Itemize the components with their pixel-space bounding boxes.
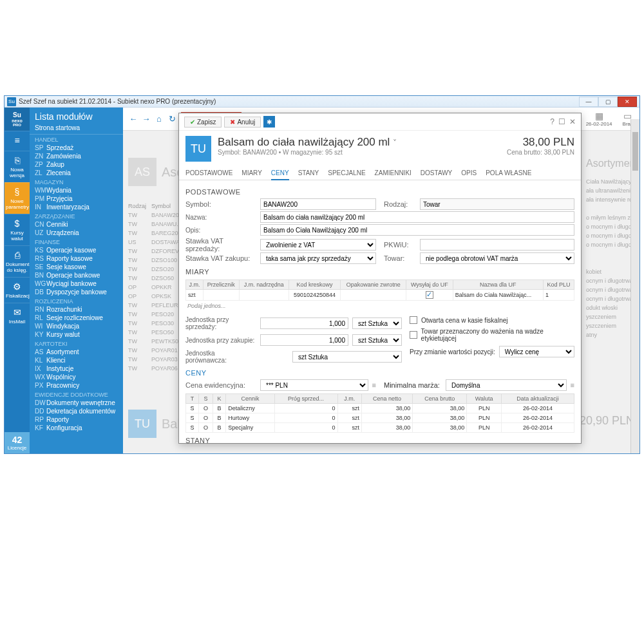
sidebar-item[interactable]: UZUrządzenia: [30, 229, 123, 237]
sidebar-item[interactable]: ZPZakup: [30, 160, 123, 169]
nav-back-icon[interactable]: ←: [127, 113, 140, 126]
sidebar-item[interactable]: PMPrzyjęcia: [30, 194, 123, 203]
sidebar-item[interactable]: RPRaporty: [30, 415, 123, 424]
rail-item[interactable]: §Nowe parametry: [5, 182, 30, 214]
sidebar-item[interactable]: RSRaporty kasowe: [30, 254, 123, 263]
input-jzk-qty[interactable]: [260, 334, 348, 346]
close-button[interactable]: ✕: [618, 97, 637, 107]
sidebar-item[interactable]: SPSprzedaż: [30, 144, 123, 152]
select-marza[interactable]: Domyślna: [446, 379, 567, 391]
modal-tab[interactable]: MIARY: [242, 167, 262, 180]
close-modal-icon[interactable]: ✕: [569, 117, 576, 126]
sidebar-item[interactable]: IXInstytucje: [30, 365, 123, 373]
select-vat-zakup[interactable]: taka sama jak przy sprzedaży: [260, 252, 376, 264]
sidebar-item[interactable]: KSOperacje kasowe: [30, 246, 123, 254]
checkbox-otwarta-cena[interactable]: [410, 316, 417, 324]
scrollbar[interactable]: [630, 119, 639, 453]
sidebar-item[interactable]: CNCenniki: [30, 220, 123, 229]
sidebar-start[interactable]: Strona startowa: [30, 123, 123, 135]
sidebar-item[interactable]: SESesje kasowe: [30, 263, 123, 271]
sidebar-item[interactable]: INInwentaryzacja: [30, 203, 123, 211]
input-rodzaj[interactable]: [420, 198, 574, 210]
input-symbol[interactable]: [260, 198, 376, 210]
rail-item[interactable]: ⎙Dokument do księg.: [5, 245, 30, 277]
modal-tab[interactable]: DOSTAWY: [421, 167, 452, 180]
input-pkwiu[interactable]: [420, 239, 574, 251]
label-zmiana: Przy zmianie wartości pozycji:: [410, 348, 495, 355]
help-icon[interactable]: ?: [550, 117, 554, 126]
sidebar-item[interactable]: WMWydania: [30, 186, 123, 194]
minimize-button[interactable]: —: [579, 97, 598, 107]
sidebar-item[interactable]: RLSesje rozliczeniowe: [30, 314, 123, 322]
sidebar-item[interactable]: RNRozrachunki: [30, 305, 123, 314]
cancel-button[interactable]: ✖Anuluj: [224, 117, 261, 128]
input-nazwa[interactable]: [260, 211, 574, 223]
app-icon: Su: [7, 97, 16, 106]
checkbox-waga[interactable]: [410, 331, 417, 339]
add-unit-link[interactable]: Podaj jednos...: [185, 301, 574, 311]
menu-icon[interactable]: ≡: [372, 381, 376, 389]
sidebar-item[interactable]: DDDekretacja dokumentów: [30, 407, 123, 415]
product-price: 38,00 PLN: [507, 136, 574, 149]
modal-tab[interactable]: PODSTAWOWE: [185, 167, 232, 180]
product-title: Balsam do ciała nawilżający 200 ml ˅: [218, 136, 500, 149]
label-waga: Towar przeznaczony do ważenia na wadze e…: [421, 328, 574, 342]
select-vat-sprzedaz[interactable]: Zwolnienie z VAT: [260, 239, 376, 251]
sidebar-item[interactable]: BNOperacje bankowe: [30, 271, 123, 279]
maximize-modal-icon[interactable]: ☐: [558, 117, 565, 126]
rail-item[interactable]: ⎘Nowa wersja: [5, 151, 30, 182]
nav-fwd-icon[interactable]: →: [140, 113, 153, 126]
sidebar-item[interactable]: PXPracownicy: [30, 381, 123, 390]
modal-tab[interactable]: CENY: [271, 167, 289, 180]
rail-item[interactable]: ≡: [5, 131, 30, 151]
select-zmiana[interactable]: Wylicz cenę: [499, 346, 574, 357]
modal-tab[interactable]: POLA WŁASNE: [486, 167, 531, 180]
sidebar-item[interactable]: ZLZlecenia: [30, 169, 123, 177]
select-towar[interactable]: nie podlega obrotowi VAT marża: [420, 252, 574, 264]
input-opis[interactable]: [260, 224, 574, 236]
label-pkwiu: PKWiU:: [384, 241, 416, 249]
select-cena-ewid[interactable]: *** PLN: [260, 379, 368, 391]
rail-item[interactable]: $Kursy walut: [5, 214, 30, 245]
sidebar-item[interactable]: KLKlienci: [30, 356, 123, 365]
label-cena-ewid: Cena ewidencyjna:: [185, 381, 256, 389]
license-badge[interactable]: 42 Licencje: [5, 432, 30, 453]
sidebar-item[interactable]: WGWyciągi bankowe: [30, 279, 123, 288]
sidebar-item[interactable]: WIWindykacja: [30, 322, 123, 330]
modal-tab[interactable]: ZAMIENNIKI: [375, 167, 412, 180]
ceny-row[interactable]: SOBDetaliczny0szt38,0038,00PLN26-02-2014: [186, 404, 574, 413]
sidebar-item[interactable]: ZNZamówienia: [30, 152, 123, 160]
sidebar-item[interactable]: KFKonfiguracja: [30, 424, 123, 432]
bg-price: 20,90 PLN: [580, 414, 634, 428]
settings-icon[interactable]: ✱: [263, 116, 275, 128]
section-podstawowe: PODSTAWOWE: [185, 184, 574, 198]
bg-badge2: TU: [128, 410, 156, 438]
label-opis: Opis:: [185, 227, 256, 234]
sidebar-item[interactable]: WXWspólnicy: [30, 373, 123, 381]
dropdown-icon[interactable]: ˅: [393, 138, 397, 147]
modal-tab[interactable]: SPECJALNE: [328, 167, 365, 180]
select-jzk-unit[interactable]: szt Sztuka: [352, 334, 402, 346]
ceny-row[interactable]: SOBSpecjalny0szt38,0038,00PLN26-02-2014: [186, 423, 574, 433]
label-nazwa: Nazwa:: [185, 214, 256, 221]
product-price-sub: Cena brutto: 38,00 PLN: [507, 149, 574, 156]
modal-tab[interactable]: STANY: [298, 167, 319, 180]
sidebar-item[interactable]: ASAsortyment: [30, 348, 123, 356]
rail-item[interactable]: ✉InsMail: [5, 303, 30, 328]
nav-home-icon[interactable]: ⌂: [153, 113, 166, 126]
sidebar-item[interactable]: KYKursy walut: [30, 330, 123, 339]
rail-item[interactable]: ⚙Fiskalizacja: [5, 277, 30, 303]
sidebar-item[interactable]: DBDyspozycje bankowe: [30, 288, 123, 296]
modal-tab[interactable]: OPIS: [461, 167, 477, 180]
ceny-row[interactable]: SOBHurtowy0szt38,0038,00PLN26-02-2014: [186, 413, 574, 423]
sidebar-item[interactable]: DWDokumenty wewnętrzne: [30, 399, 123, 407]
select-jsp-unit[interactable]: szt Sztuka: [352, 317, 402, 329]
label-marza: Minimalna marża:: [384, 381, 442, 389]
nav-refresh-icon[interactable]: ↻: [166, 113, 178, 126]
save-button[interactable]: ✔Zapisz: [184, 117, 222, 128]
menu-icon[interactable]: ≡: [571, 381, 574, 389]
maximize-button[interactable]: ▢: [598, 97, 618, 107]
select-jpo-unit[interactable]: szt Sztuka: [292, 351, 402, 363]
toolbar-status[interactable]: ▦26-02-2014: [583, 111, 615, 127]
input-jsp-qty[interactable]: [260, 317, 348, 329]
